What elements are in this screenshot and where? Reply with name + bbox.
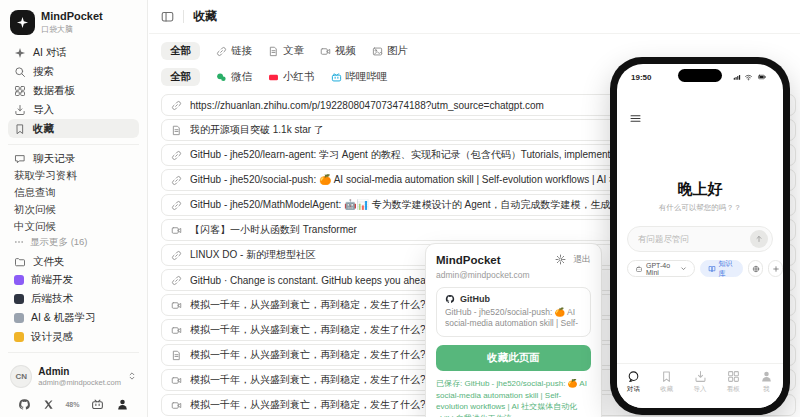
logout-button[interactable]: 退出 [573, 253, 591, 266]
sidebar-toggle-icon[interactable] [161, 10, 174, 23]
divider [183, 10, 184, 23]
item-title: https://zhuanlan.zhihu.com/p/19228080470… [190, 100, 544, 111]
item-title: 模拟一千年，从兴盛到衰亡，再到稳定，发生了什么? [190, 298, 426, 312]
chat-history-item[interactable]: 初次问候 [8, 201, 139, 218]
sidebar-nav-item[interactable]: 搜索 [8, 62, 139, 81]
tab-label: 全部 [170, 70, 191, 84]
person-icon[interactable] [116, 398, 129, 411]
model-label: GPT-4o Mini [646, 262, 677, 276]
source-filter-tab[interactable]: 哔哩哔哩 [331, 70, 388, 84]
type-filter-tab[interactable]: 链接 [216, 44, 252, 58]
model-selector-chip[interactable]: GPT-4o Mini [627, 260, 695, 277]
tab-label: 视频 [335, 44, 356, 58]
chat-history-item[interactable]: 中文问候 [8, 218, 139, 235]
send-button[interactable] [750, 230, 768, 248]
folder-item[interactable]: 前端开发 [8, 270, 139, 289]
type-filter-tab[interactable]: 全部 [161, 42, 200, 60]
wifi-icon [744, 73, 753, 81]
show-more-button[interactable]: 显示更多 (16) [8, 235, 139, 250]
type-filter-tab[interactable]: 文章 [268, 44, 304, 58]
phone-tab-label: 导入 [694, 385, 707, 394]
nav-icon [14, 104, 26, 116]
item-title: 模拟一千年，从兴盛到衰亡，再到稳定，发生了什么? [190, 348, 426, 362]
nav-label: 导入 [33, 103, 54, 117]
menu-icon[interactable] [629, 112, 642, 125]
sidebar-section-folders[interactable]: 文件夹 [8, 254, 139, 270]
sidebar-footer: 48% [8, 394, 139, 411]
folder-item[interactable]: AI & 机器学习 [8, 308, 139, 327]
bilibili-icon[interactable] [91, 398, 104, 411]
sidebar-nav-item[interactable]: AI 对话 [8, 43, 139, 62]
chat-input[interactable] [638, 234, 750, 244]
chat-history-label: 中文问候 [14, 220, 56, 234]
nav-label: 数据看板 [33, 84, 75, 98]
folder-label: AI & 机器学习 [31, 311, 96, 325]
type-filter-tab[interactable]: 视频 [320, 44, 356, 58]
item-type-icon [171, 300, 182, 311]
source-filter-tab[interactable]: 小红书 [268, 70, 315, 84]
source-filter-tab[interactable]: 微信 [216, 70, 252, 84]
folder-item[interactable]: 后端技术 [8, 289, 139, 308]
folder-color-icon [14, 275, 24, 285]
item-type-icon [171, 350, 182, 361]
folder-icon [14, 256, 26, 268]
tab-label: 微信 [231, 70, 252, 84]
tab-label: 哔哩哔哩 [346, 70, 388, 84]
phone-tab[interactable]: 导入 [683, 370, 716, 408]
page-title: 收藏 [193, 8, 217, 25]
source-icon [268, 72, 279, 83]
nav-icon [14, 123, 26, 135]
tab-label: 全部 [170, 44, 191, 58]
save-page-button[interactable]: 收藏此页面 [436, 345, 591, 371]
add-chip[interactable] [768, 260, 783, 277]
extension-popup: MindPocket 退出 admin@mindpocket.com GitHu… [425, 243, 602, 417]
divider [8, 144, 139, 145]
phone-tab[interactable]: 对话 [617, 370, 650, 408]
app-logo-badge [10, 10, 35, 35]
tab-icon [320, 46, 331, 57]
chip-row: GPT-4o Mini 知识库 [627, 260, 783, 277]
knowledge-base-chip[interactable]: 知识库 [700, 260, 744, 277]
github-icon[interactable] [18, 398, 31, 411]
nav-label: 搜索 [33, 65, 54, 79]
show-more-label: 显示更多 (16) [30, 236, 88, 249]
chevron-down-icon [680, 265, 687, 272]
folder-item[interactable]: 设计灵感 [8, 327, 139, 346]
item-title: 【闪客】一小时从函数到 Transformer [190, 223, 357, 237]
chat-history-item[interactable]: 信息查询 [8, 184, 139, 201]
phone-tab-icon [727, 370, 740, 383]
greeting-title: 晚上好 [617, 180, 783, 199]
item-title: LINUX DO - 新的理想型社区 [190, 248, 316, 262]
phone-tab-icon [694, 370, 707, 383]
page-description: GitHub - jhe520/social-push: 🍊 AI social… [445, 307, 582, 330]
ellipsis-icon [14, 237, 24, 247]
source-icon [331, 72, 342, 83]
sidebar-section-chat-history[interactable]: 聊天记录 [8, 151, 139, 167]
globe-icon [752, 265, 760, 273]
phone-tab[interactable]: 看板 [717, 370, 750, 408]
kb-label: 知识库 [719, 259, 736, 279]
footer-badge: 48% [65, 401, 79, 408]
phone-tab[interactable]: 我 [750, 370, 783, 408]
source-filter-tab[interactable]: 全部 [161, 68, 200, 86]
tab-label: 图片 [387, 44, 408, 58]
site-name: GitHub [460, 294, 490, 304]
logo-sparkle-icon [16, 16, 29, 29]
saved-status-text: 已保存: GitHub - jhe520/social-push: 🍊 AI s… [436, 378, 591, 417]
nav-icon [14, 66, 26, 78]
nav-icon [14, 85, 26, 97]
x-twitter-icon[interactable] [43, 399, 54, 410]
greeting-subtitle: 有什么可以帮您的吗？？ [617, 203, 783, 213]
battery-icon [755, 73, 769, 81]
globe-chip[interactable] [748, 260, 763, 277]
send-arrow-icon [754, 234, 764, 244]
chat-history-item[interactable]: 获取学习资料 [8, 167, 139, 184]
phone-tab[interactable]: 收藏 [650, 370, 683, 408]
sidebar-nav-item[interactable]: 导入 [8, 100, 139, 119]
sidebar-nav-item[interactable]: 收藏 [8, 119, 139, 138]
gear-icon[interactable] [555, 254, 566, 265]
user-menu[interactable]: CN Admin admin@mindpocket.com [8, 359, 139, 394]
type-filter-tab[interactable]: 图片 [372, 44, 408, 58]
sidebar-nav-item[interactable]: 数据看板 [8, 81, 139, 100]
nav-icon [14, 47, 26, 59]
